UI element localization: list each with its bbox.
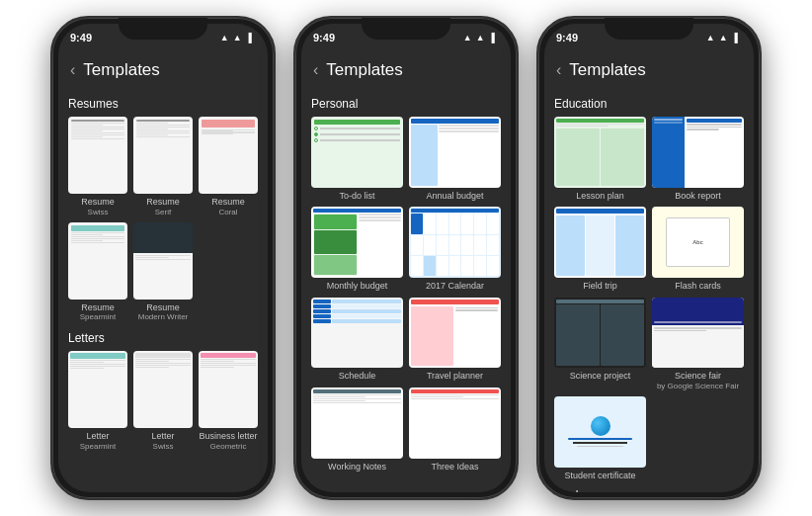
resume-serif-thumb bbox=[133, 117, 193, 194]
list-item[interactable]: Schedule bbox=[311, 298, 403, 382]
science-fair-sublabel: by Google Science Fair bbox=[657, 382, 739, 390]
phone-3-title: Templates bbox=[569, 60, 645, 80]
letter-spearmint-sublabel: Spearmint bbox=[80, 442, 116, 451]
book-report-label: Book report bbox=[675, 191, 721, 202]
resumes-section-label: Resumes bbox=[68, 97, 258, 111]
phone-3-content: Education bbox=[544, 89, 754, 492]
monthly-budget-label: Monthly budget bbox=[327, 281, 388, 292]
annual-budget-thumb bbox=[409, 117, 501, 188]
monthly-budget-thumb bbox=[311, 207, 403, 278]
list-item[interactable]: Monthly budget bbox=[311, 207, 403, 291]
science-fair-label: Science fair bbox=[675, 371, 721, 382]
letter-spearmint-thumb bbox=[68, 351, 127, 428]
list-item[interactable]: Science fair by Google Science Fair bbox=[652, 298, 744, 390]
phone-1-title: Templates bbox=[83, 60, 159, 80]
letter-swiss-thumb bbox=[133, 351, 193, 428]
business-letter-label: Business letter bbox=[199, 431, 257, 442]
phone-1-notch bbox=[119, 18, 207, 40]
phone-1-header: ‹ Templates bbox=[58, 51, 268, 89]
wifi-icon: ▲ bbox=[719, 33, 728, 43]
phone-1-screen: 9:49 ▲ ▲ ▐ ‹ Templates Resumes bbox=[58, 24, 268, 492]
phone-3-notch bbox=[605, 18, 693, 40]
notes2-thumb bbox=[409, 387, 501, 459]
list-item[interactable]: Letter Swiss bbox=[133, 351, 193, 451]
phone-2-content: Personal To-do list bbox=[301, 89, 511, 492]
list-item[interactable]: Business letter Geometric bbox=[199, 351, 258, 451]
letter-spearmint-label: Letter bbox=[86, 431, 109, 442]
list-item[interactable]: Resume Spearmint bbox=[68, 222, 127, 322]
letter-swiss-sublabel: Swiss bbox=[153, 442, 174, 451]
wifi-icon: ▲ bbox=[233, 33, 242, 43]
resumes-grid: Resume Swiss bbox=[68, 117, 258, 321]
resume-swiss-label: Resume bbox=[81, 197, 115, 208]
letters-grid: Letter Spearmint bbox=[68, 351, 258, 451]
phone-3: 9:49 ▲ ▲ ▐ ‹ Templates Education bbox=[536, 16, 762, 500]
list-item[interactable]: Annual budget bbox=[409, 117, 501, 201]
resume-spearmint-sublabel: Spearmint bbox=[80, 312, 116, 321]
signal-icon: ▲ bbox=[220, 33, 229, 43]
resume-swiss-thumb bbox=[68, 117, 127, 194]
phone-1-back-button[interactable]: ‹ bbox=[70, 61, 75, 79]
list-item[interactable]: Lesson plan bbox=[554, 117, 646, 201]
business-letter-sublabel: Geometric bbox=[210, 442, 247, 451]
notes1-label: Working Notes bbox=[328, 462, 386, 473]
science-project-label: Science project bbox=[570, 371, 631, 382]
battery-icon: ▐ bbox=[732, 33, 738, 43]
resume-spearmint-label: Resume bbox=[81, 302, 115, 313]
list-item[interactable]: To-do list bbox=[311, 117, 403, 201]
resume-spearmint-thumb bbox=[68, 222, 127, 300]
list-item[interactable]: Science project bbox=[554, 298, 646, 390]
phone-3-status-icons: ▲ ▲ ▐ bbox=[706, 33, 738, 43]
letters-section-label: Letters bbox=[68, 331, 258, 345]
list-item[interactable]: Field trip bbox=[554, 207, 646, 291]
list-item[interactable]: Three Ideas bbox=[409, 387, 501, 472]
phone-2-title: Templates bbox=[326, 60, 402, 80]
todo-label: To-do list bbox=[339, 191, 374, 202]
list-item[interactable]: Student certificate bbox=[554, 396, 646, 480]
student-cert-thumb bbox=[554, 396, 646, 468]
list-item[interactable]: Letter Spearmint bbox=[68, 351, 127, 451]
list-item[interactable]: Resume Serif bbox=[133, 117, 193, 216]
lesson-label: Lesson plan bbox=[576, 191, 624, 202]
resume-modern-sublabel: Modern Writer bbox=[138, 312, 189, 321]
list-item[interactable]: Resume Coral bbox=[199, 117, 258, 216]
list-item[interactable]: Abc Flash cards bbox=[652, 207, 744, 291]
schedule-thumb bbox=[311, 298, 403, 369]
work-section-label: Work bbox=[554, 488, 744, 492]
phone-2-notch bbox=[362, 18, 450, 40]
phone-3-screen: 9:49 ▲ ▲ ▐ ‹ Templates Education bbox=[544, 24, 754, 492]
calendar-label: 2017 Calendar bbox=[426, 281, 484, 292]
phone-2-header: ‹ Templates bbox=[301, 51, 511, 89]
phone-1: 9:49 ▲ ▲ ▐ ‹ Templates Resumes bbox=[50, 16, 276, 500]
battery-icon: ▐ bbox=[489, 33, 495, 43]
list-item[interactable]: Travel planner bbox=[409, 298, 501, 382]
phone-3-back-button[interactable]: ‹ bbox=[556, 61, 561, 79]
flash-cards-thumb: Abc bbox=[652, 207, 744, 278]
list-item[interactable]: Working Notes bbox=[311, 387, 403, 472]
book-report-thumb bbox=[652, 117, 744, 188]
resume-modern-label: Resume bbox=[146, 302, 180, 313]
resume-modern-thumb bbox=[133, 222, 193, 300]
travel-label: Travel planner bbox=[427, 371, 483, 382]
science-project-thumb bbox=[554, 298, 646, 369]
schedule-label: Schedule bbox=[339, 371, 376, 382]
field-trip-label: Field trip bbox=[583, 281, 617, 292]
list-item[interactable]: Resume Modern Writer bbox=[133, 222, 193, 322]
list-item[interactable]: Book report bbox=[652, 117, 744, 201]
list-item[interactable]: 2017 Calendar bbox=[409, 207, 501, 291]
phone-1-status-icons: ▲ ▲ ▐ bbox=[220, 33, 252, 43]
student-cert-label: Student certificate bbox=[564, 471, 635, 481]
notes2-label: Three Ideas bbox=[431, 462, 478, 473]
phone-2: 9:49 ▲ ▲ ▐ ‹ Templates Personal bbox=[293, 16, 519, 500]
travel-thumb bbox=[409, 298, 501, 369]
resume-swiss-sublabel: Swiss bbox=[88, 208, 109, 216]
signal-icon: ▲ bbox=[706, 33, 715, 43]
annual-budget-label: Annual budget bbox=[426, 191, 483, 202]
phone-2-time: 9:49 bbox=[313, 32, 335, 43]
resume-serif-sublabel: Serif bbox=[155, 208, 171, 216]
phone-2-back-button[interactable]: ‹ bbox=[313, 61, 318, 79]
phone-2-status-icons: ▲ ▲ ▐ bbox=[463, 33, 495, 43]
phone-3-header: ‹ Templates bbox=[544, 51, 754, 89]
phone-1-time: 9:49 bbox=[70, 32, 92, 43]
list-item[interactable]: Resume Swiss bbox=[68, 117, 127, 216]
